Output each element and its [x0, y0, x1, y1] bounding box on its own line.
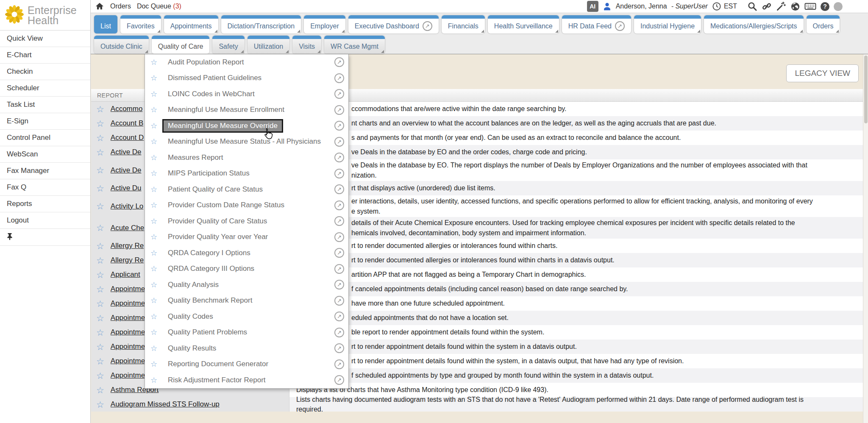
- favorite-star-icon[interactable]: ☆: [150, 359, 159, 369]
- dropdown-menu-item[interactable]: ☆ MIPS Participation Status ↗: [145, 166, 348, 182]
- favorite-star-icon[interactable]: ☆: [96, 242, 104, 250]
- favorite-star-icon[interactable]: ☆: [150, 344, 159, 353]
- favorite-star-icon[interactable]: ☆: [150, 73, 159, 83]
- sidebar-item[interactable]: Reports: [0, 196, 90, 212]
- secondary-tab[interactable]: Quality of Care: [152, 36, 210, 54]
- keyboard-icon[interactable]: [804, 2, 816, 11]
- dropdown-menu-item[interactable]: ☆ Audit Population Report ↗: [145, 54, 348, 70]
- secondary-tab[interactable]: Outside Clinic: [94, 36, 149, 54]
- favorite-star-icon[interactable]: ☆: [96, 270, 104, 279]
- favorite-star-icon[interactable]: ☆: [96, 166, 104, 175]
- dropdown-menu-item[interactable]: ☆ Quality Analysis ↗: [145, 277, 348, 293]
- primary-tab[interactable]: List: [94, 15, 117, 33]
- favorite-star-icon[interactable]: ☆: [96, 386, 104, 395]
- favorite-star-icon[interactable]: ☆: [150, 376, 159, 385]
- open-in-new-icon[interactable]: ↗: [334, 121, 344, 131]
- open-in-new-icon[interactable]: ↗: [334, 89, 344, 99]
- open-in-new-icon[interactable]: ↗: [334, 280, 344, 289]
- report-link[interactable]: Activity Lo: [111, 202, 143, 211]
- dropdown-menu-item[interactable]: ☆ Meaningful Use Measure Status - All Ph…: [145, 134, 348, 150]
- favorite-star-icon[interactable]: ☆: [150, 312, 159, 321]
- dropdown-menu-item[interactable]: ☆ Dismissed Patient Guidelines ↗: [145, 70, 348, 86]
- favorite-star-icon[interactable]: ☆: [150, 153, 159, 162]
- favorite-star-icon[interactable]: ☆: [96, 314, 104, 323]
- sidebar-item[interactable]: Control Panel: [0, 130, 90, 146]
- pin-icon[interactable]: [7, 233, 13, 242]
- dropdown-menu-item[interactable]: ☆ Meaningful Use Measure Enrollment ↗: [145, 102, 348, 118]
- secondary-tab[interactable]: WR Case Mgmt: [324, 36, 385, 54]
- home-icon[interactable]: [95, 2, 104, 11]
- secondary-tab[interactable]: Visits: [292, 36, 321, 54]
- open-in-new-icon[interactable]: ↗: [334, 200, 344, 210]
- dropdown-menu-item[interactable]: ☆ Quality Codes ↗: [145, 309, 348, 325]
- dropdown-menu-item[interactable]: ☆ Provider Quality of Care Status ↗: [145, 213, 348, 229]
- favorite-star-icon[interactable]: ☆: [96, 285, 104, 294]
- primary-tab[interactable]: Employer: [304, 15, 345, 33]
- breadcrumb-orders[interactable]: Orders: [110, 3, 131, 10]
- dropdown-menu-item[interactable]: ☆ Provider Quality Year over Year ↗: [145, 229, 348, 245]
- report-link[interactable]: Active Du: [111, 184, 142, 192]
- report-link[interactable]: Acute Che: [111, 224, 144, 232]
- open-in-new-icon[interactable]: ↗: [334, 73, 344, 83]
- report-link[interactable]: Appointme: [111, 342, 145, 351]
- sidebar-item[interactable]: Task List: [0, 97, 90, 113]
- favorite-star-icon[interactable]: ☆: [96, 400, 104, 409]
- favorite-star-icon[interactable]: ☆: [96, 223, 104, 232]
- favorite-star-icon[interactable]: ☆: [96, 371, 104, 380]
- secondary-tab[interactable]: Utilization: [248, 36, 289, 54]
- favorite-star-icon[interactable]: ☆: [150, 217, 159, 226]
- favorite-star-icon[interactable]: ☆: [96, 184, 104, 193]
- open-in-new-icon[interactable]: ↗: [334, 184, 344, 194]
- favorite-star-icon[interactable]: ☆: [96, 148, 104, 157]
- globe-icon[interactable]: [790, 2, 800, 11]
- favorite-star-icon[interactable]: ☆: [96, 119, 104, 128]
- favorite-star-icon[interactable]: ☆: [150, 105, 159, 114]
- sidebar-item[interactable]: Scheduler: [0, 80, 90, 97]
- report-link[interactable]: Appointme: [111, 371, 145, 380]
- user-name[interactable]: Anderson, Jenna: [616, 3, 667, 10]
- favorite-star-icon[interactable]: ☆: [96, 342, 104, 351]
- dropdown-menu-item[interactable]: ☆ Meaningful Use Measure Override ↗: [145, 118, 348, 134]
- open-in-new-icon[interactable]: ↗: [334, 328, 344, 337]
- favorite-star-icon[interactable]: ☆: [96, 105, 104, 114]
- secondary-tab[interactable]: Safety: [212, 36, 244, 54]
- primary-tab[interactable]: Appointments: [164, 15, 218, 33]
- primary-tab[interactable]: Favorites: [120, 15, 161, 33]
- favorite-star-icon[interactable]: ☆: [150, 121, 159, 131]
- favorite-star-icon[interactable]: ☆: [150, 89, 159, 99]
- wand-icon[interactable]: [776, 1, 786, 11]
- dropdown-menu-item[interactable]: ☆ Measures Report ↗: [145, 150, 348, 166]
- favorite-star-icon[interactable]: ☆: [96, 328, 104, 337]
- favorite-star-icon[interactable]: ☆: [96, 357, 104, 366]
- scrollbar-thumb[interactable]: [864, 56, 868, 123]
- report-link[interactable]: Account D: [111, 134, 144, 142]
- open-in-new-icon[interactable]: ↗: [334, 248, 344, 258]
- open-in-new-icon[interactable]: ↗: [334, 312, 344, 321]
- report-link[interactable]: Applicant: [111, 270, 140, 279]
- dropdown-menu-item[interactable]: ☆ Reporting Document Generator ↗: [145, 356, 348, 373]
- primary-tab[interactable]: HR Data Feed ↗: [562, 15, 631, 33]
- status-dot-icon[interactable]: [834, 2, 843, 11]
- dropdown-menu-item[interactable]: ☆ Patient Quality of Care Status ↗: [145, 181, 348, 198]
- dropdown-menu-item[interactable]: ☆ QRDA Category I Options ↗: [145, 245, 348, 261]
- report-link[interactable]: Account B: [111, 119, 144, 128]
- open-in-new-icon[interactable]: ↗: [334, 216, 344, 226]
- open-in-new-icon[interactable]: ↗: [334, 359, 344, 369]
- favorite-star-icon[interactable]: ☆: [150, 137, 159, 146]
- sidebar-item[interactable]: Quick View: [0, 31, 90, 47]
- ai-badge[interactable]: AI: [587, 1, 598, 12]
- favorite-star-icon[interactable]: ☆: [150, 169, 159, 178]
- vertical-scrollbar[interactable]: [863, 54, 868, 423]
- favorite-star-icon[interactable]: ☆: [150, 58, 159, 67]
- sidebar-item[interactable]: WebScan: [0, 146, 90, 163]
- report-link[interactable]: Appointme: [111, 357, 145, 365]
- clock-icon[interactable]: [712, 2, 721, 11]
- favorite-star-icon[interactable]: ☆: [96, 134, 104, 142]
- favorite-star-icon[interactable]: ☆: [150, 264, 159, 273]
- report-link[interactable]: Active De: [111, 166, 142, 175]
- favorite-star-icon[interactable]: ☆: [150, 248, 159, 258]
- report-link[interactable]: Appointme: [111, 299, 145, 308]
- favorite-star-icon[interactable]: ☆: [150, 280, 159, 289]
- report-link[interactable]: Appointme: [111, 314, 145, 322]
- report-link[interactable]: Accommo: [111, 105, 143, 113]
